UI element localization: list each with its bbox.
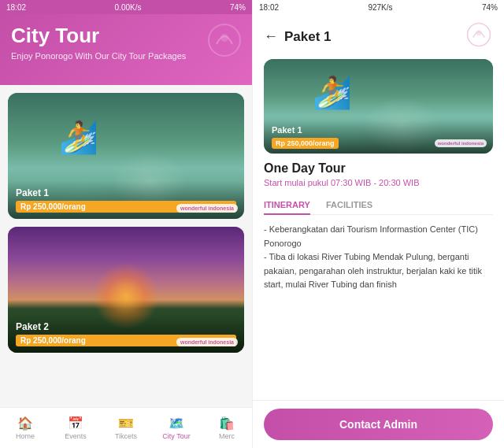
svg-point-1: [220, 34, 228, 42]
nav-merc-label: Merc: [219, 432, 235, 440]
right-hero-bottom: Paket 1 Rp 250,000/orang: [264, 120, 493, 154]
nav-city-tour[interactable]: 🗺️ City Tour: [151, 408, 202, 448]
citytour-icon: 🗺️: [169, 416, 184, 431]
left-logo: [205, 20, 244, 60]
nav-citytour-label: City Tour: [162, 432, 190, 440]
nav-merc[interactable]: 🛍️ Merc: [202, 408, 252, 448]
contact-admin-button[interactable]: Contact Admin: [264, 409, 493, 440]
left-network: 0.00K/s: [115, 3, 142, 12]
events-icon: 📅: [68, 416, 83, 431]
right-hero-label: Paket 1: [272, 125, 485, 135]
back-button[interactable]: ←: [264, 28, 278, 45]
card1-label: Paket 1: [16, 187, 236, 198]
nav-events-label: Events: [65, 432, 87, 440]
right-status-bar: 18:02 927K/s 74%: [253, 0, 504, 14]
right-topbar: ← Paket 1: [253, 14, 504, 59]
nav-home-label: Home: [16, 432, 35, 440]
package-title: One Day Tour: [264, 161, 493, 176]
tour-card-paket1[interactable]: Paket 1 Rp 250,000/orang wonderful indon…: [8, 93, 244, 219]
card2-badge: wonderful indonesia: [176, 338, 238, 346]
itinerary-text: - Keberangkatan dari Tourism Informastio…: [264, 224, 482, 289]
tikcets-icon: 🎫: [118, 416, 134, 431]
tour-card-paket2[interactable]: Paket 2 Rp 250,000/orang wonderful indon…: [8, 227, 244, 353]
merc-icon: 🛍️: [219, 416, 235, 431]
right-title: Paket 1: [284, 29, 332, 45]
right-hero-image: Paket 1 Rp 250,000/orang wonderful indon…: [264, 59, 493, 154]
svg-point-3: [476, 30, 481, 35]
left-time: 18:02: [6, 3, 26, 12]
nav-tikcets-label: Tikcets: [115, 432, 137, 440]
card1-bottom: Paket 1 Rp 250,000/orang: [8, 181, 244, 219]
right-hero-badge: wonderful indonesia: [435, 139, 487, 147]
left-header: City Tour Enjoy Ponorogo With Our City T…: [0, 14, 252, 85]
tab-facilities[interactable]: FACILITIES: [326, 195, 372, 214]
left-battery: 74%: [230, 3, 246, 12]
nav-tikcets[interactable]: 🎫 Tikcets: [101, 408, 151, 448]
right-logo: [465, 20, 493, 53]
nav-events[interactable]: 📅 Events: [50, 408, 101, 448]
card2-label: Paket 2: [16, 321, 236, 332]
left-status-bar: 18:02 0.00K/s 74%: [0, 0, 252, 14]
right-battery: 74%: [482, 3, 498, 12]
left-panel: 18:02 0.00K/s 74% City Tour Enjoy Ponoro…: [0, 0, 252, 448]
right-panel: 18:02 927K/s 74% ← Paket 1 Paket 1 Rp 25…: [252, 0, 504, 448]
right-network: 927K/s: [368, 3, 392, 12]
home-icon: 🏠: [17, 416, 33, 431]
card2-bottom: Paket 2 Rp 250,000/orang: [8, 315, 244, 353]
left-bottom-nav: 🏠 Home 📅 Events 🎫 Tikcets 🗺️ City Tour 🛍…: [0, 407, 252, 448]
right-body: One Day Tour Start mulai pukul 07:30 WIB…: [253, 154, 504, 400]
nav-home[interactable]: 🏠 Home: [0, 408, 50, 448]
right-time: 18:02: [259, 3, 279, 12]
right-hero-price: Rp 250,000/orang: [272, 138, 339, 149]
tab-itinerary[interactable]: ITINERARY: [264, 195, 310, 214]
card1-badge: wonderful indonesia: [176, 204, 238, 213]
tabs-row: ITINERARY FACILITIES: [264, 195, 493, 215]
left-content: Paket 1 Rp 250,000/orang wonderful indon…: [0, 85, 252, 407]
right-footer: Contact Admin: [253, 400, 504, 448]
itinerary-content: - Keberangkatan dari Tourism Informastio…: [264, 223, 493, 400]
package-time: Start mulai pukul 07:30 WIB - 20:30 WIB: [264, 178, 493, 187]
